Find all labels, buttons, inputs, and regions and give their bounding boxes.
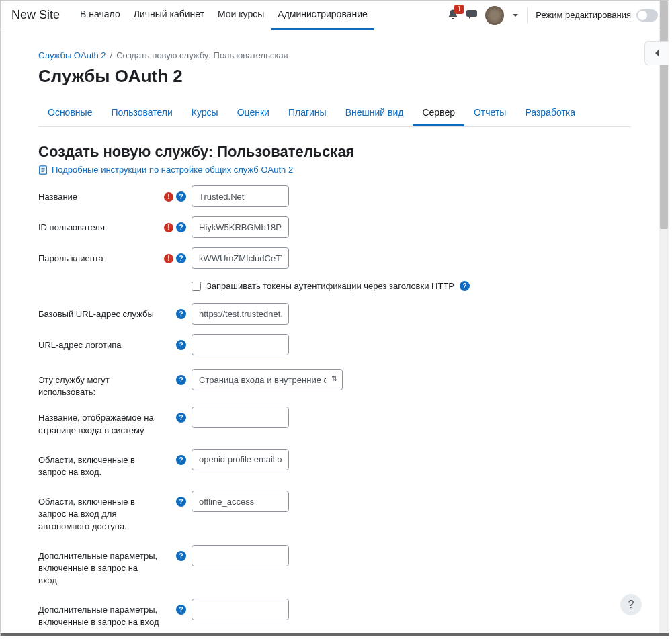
section-title: Создать новую службу: Пользовательская [38,143,631,161]
displayname-label: Название, отображаемое на странице входа… [38,407,159,436]
edit-mode-toggle[interactable] [636,9,658,22]
breadcrumb-link[interactable]: Службы OAuth 2 [38,50,106,60]
site-brand[interactable]: New Site [11,8,60,22]
help-icon[interactable]: ? [176,497,186,507]
name-input[interactable] [192,185,289,207]
showon-select[interactable]: Страница входа и внутренние службы [192,369,343,390]
admin-tabs: Основные Пользователи Курсы Оценки Плаги… [38,100,631,127]
clientid-input[interactable] [192,216,289,238]
baseurl-input[interactable] [192,303,289,325]
help-icon[interactable]: ? [176,413,186,423]
notifications-icon[interactable]: 1 [448,9,458,22]
nav-home[interactable]: В начало [73,1,127,30]
nav-courses[interactable]: Мои курсы [211,1,271,30]
help-icon[interactable]: ? [176,222,186,232]
tab-appearance[interactable]: Внешний вид [336,100,413,126]
clientsecret-label: Пароль клиента [38,247,159,265]
chevron-down-icon[interactable] [512,12,519,19]
help-icon[interactable]: ? [176,309,186,319]
tab-grades[interactable]: Оценки [228,100,279,126]
scrollbar-thumb[interactable] [660,1,668,229]
httpauth-checkbox[interactable] [192,282,201,291]
name-label: Название [38,185,159,203]
showon-label: Эту службу могут использовать: [38,369,159,398]
breadcrumb: Службы OAuth 2 / Создать новую службу: П… [38,50,631,60]
help-link[interactable]: Подробные инструкции по настройке общих … [38,165,631,175]
divider [527,7,528,24]
messages-icon[interactable] [466,9,477,22]
scopes-label: Области, включенные в запрос на вход. [38,449,159,478]
notification-badge: 1 [454,5,464,14]
help-icon[interactable]: ? [176,375,186,385]
httpauth-label: Запрашивать токены аутентификации через … [206,281,454,291]
tab-users[interactable]: Пользователи [101,100,181,126]
user-avatar[interactable] [485,6,504,25]
baseurl-label: Базовый URL-адрес службы [38,303,159,321]
breadcrumb-sep: / [110,50,113,60]
help-icon[interactable]: ? [176,605,186,615]
tab-development[interactable]: Разработка [515,100,585,126]
required-icon: ! [164,223,173,232]
horizontal-scrollbar[interactable] [1,633,669,636]
logourl-input[interactable] [192,334,289,355]
edit-mode-label: Режим редактирования [536,10,631,20]
page-title: Службы OAuth 2 [38,66,631,87]
top-navbar: New Site В начало Личный кабинет Мои кур… [1,1,669,30]
required-icon: ! [164,192,173,202]
offlinescopes-input[interactable] [192,491,289,512]
footer-help-button[interactable]: ? [620,594,642,615]
displayname-input[interactable] [192,407,289,428]
nav-admin[interactable]: Администрирование [271,1,374,30]
tab-general[interactable]: Основные [38,100,101,126]
logourl-label: URL-адрес логотипа [38,334,159,351]
offlineparams-input[interactable] [192,599,289,620]
offlinescopes-label: Области, включенные в запрос на вход для… [38,491,159,533]
tab-server[interactable]: Сервер [413,100,464,126]
help-icon[interactable]: ? [460,281,470,291]
clientsecret-input[interactable] [192,247,289,269]
doc-icon [38,165,48,175]
help-icon[interactable]: ? [176,253,186,263]
drawer-toggle[interactable] [644,41,669,65]
help-icon[interactable]: ? [176,340,186,350]
help-icon[interactable]: ? [176,455,186,465]
help-icon[interactable]: ? [176,191,186,202]
required-icon: ! [164,254,173,263]
nav-dashboard[interactable]: Личный кабинет [127,1,211,30]
scopes-input[interactable] [192,449,289,470]
vertical-scrollbar[interactable] [659,1,669,636]
clientid-label: ID пользователя [38,216,159,234]
tab-reports[interactable]: Отчеты [464,100,515,126]
tab-plugins[interactable]: Плагины [279,100,336,126]
help-icon[interactable]: ? [176,551,186,561]
breadcrumb-current: Создать новую службу: Пользовательская [116,50,288,60]
offlineparams-label: Дополнительные параметры, включенные в з… [38,599,159,636]
params-input[interactable] [192,545,289,566]
params-label: Дополнительные параметры, включенные в з… [38,545,159,587]
tab-courses[interactable]: Курсы [182,100,228,126]
